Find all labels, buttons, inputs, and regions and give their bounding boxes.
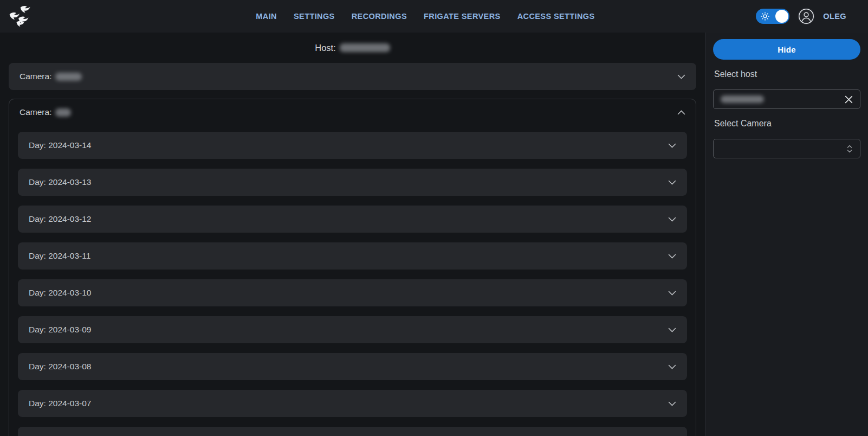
- select-arrows-icon: [846, 144, 853, 153]
- camera-accordion-label: Camera: █████: [20, 72, 82, 81]
- main-nav: MAIN SETTINGS RECORDINGS FRIGATE SERVERS…: [256, 12, 594, 21]
- day-row[interactable]: Day: 2024-03-08: [18, 353, 687, 380]
- camera-accordion-header[interactable]: Camera: ███: [9, 99, 696, 125]
- day-label: Day: 2024-03-10: [29, 288, 91, 298]
- topbar-right-group: OLEG: [756, 8, 846, 25]
- day-label: Day: 2024-03-08: [29, 362, 91, 371]
- chevron-down-icon: [668, 291, 676, 296]
- sun-icon: [761, 12, 769, 21]
- chevron-down-icon: [668, 364, 676, 369]
- day-label: Day: 2024-03-09: [29, 325, 91, 335]
- camera-select[interactable]: [713, 139, 860, 158]
- day-row-partial[interactable]: [18, 427, 687, 436]
- top-navigation-bar: MAIN SETTINGS RECORDINGS FRIGATE SERVERS…: [0, 0, 868, 33]
- camera-label: Camera:: [20, 107, 51, 117]
- frigate-birds-logo[interactable]: [7, 4, 32, 29]
- chevron-down-icon: [668, 401, 676, 406]
- host-select-value-redacted: █████████: [721, 95, 764, 103]
- theme-toggle[interactable]: [756, 9, 789, 24]
- host-select[interactable]: █████████: [713, 89, 860, 109]
- nav-link[interactable]: SETTINGS: [294, 12, 335, 21]
- select-host-label: Select host: [714, 69, 859, 79]
- chevron-down-icon: [677, 74, 685, 79]
- user-avatar-icon[interactable]: [798, 8, 815, 25]
- day-label: Day: 2024-03-12: [29, 214, 91, 224]
- clear-icon[interactable]: [845, 95, 853, 104]
- chevron-up-icon: [677, 110, 685, 115]
- camera-name-redacted: ███: [55, 108, 71, 117]
- frigate-birds-logo-icon: [8, 4, 31, 28]
- host-line: Host: █████████: [9, 41, 696, 54]
- day-label: Day: 2024-03-13: [29, 177, 91, 187]
- day-label: Day: 2024-03-11: [29, 251, 90, 261]
- day-row[interactable]: Day: 2024-03-12: [18, 206, 687, 233]
- chevron-down-icon: [668, 254, 676, 259]
- nav-link[interactable]: MAIN: [256, 12, 277, 21]
- day-row[interactable]: Day: 2024-03-11: [18, 242, 687, 270]
- host-label: Host:: [315, 43, 336, 53]
- recordings-panel: Host: █████████ Camera: █████ Camera: ██…: [0, 33, 705, 436]
- host-value-redacted: █████████: [340, 43, 390, 52]
- day-label: Day: 2024-03-07: [29, 399, 91, 408]
- nav-link[interactable]: ACCESS SETTINGS: [517, 12, 595, 21]
- page-content: Host: █████████ Camera: █████ Camera: ██…: [0, 33, 868, 436]
- camera-label: Camera:: [20, 72, 51, 81]
- chevron-down-icon: [668, 180, 676, 185]
- day-list: Day: 2024-03-14 Day: 2024-03-13: [9, 125, 696, 436]
- camera-name-redacted: █████: [55, 73, 81, 81]
- filter-sidebar: Hide Select host █████████ Select Camera: [705, 33, 868, 436]
- camera-accordion-collapsed[interactable]: Camera: █████: [9, 63, 696, 90]
- hide-button[interactable]: Hide: [713, 39, 860, 60]
- day-row[interactable]: Day: 2024-03-07: [18, 390, 687, 417]
- chevron-down-icon: [668, 143, 676, 148]
- chevron-down-icon: [668, 328, 676, 332]
- select-camera-label: Select Camera: [714, 119, 859, 129]
- username[interactable]: OLEG: [823, 12, 846, 21]
- nav-link[interactable]: FRIGATE SERVERS: [424, 12, 501, 21]
- chevron-down-icon: [668, 217, 676, 222]
- day-label: Day: 2024-03-14: [29, 140, 91, 150]
- day-row[interactable]: Day: 2024-03-09: [18, 316, 687, 343]
- day-row[interactable]: Day: 2024-03-13: [18, 169, 687, 196]
- day-row[interactable]: Day: 2024-03-14: [18, 132, 687, 159]
- day-row[interactable]: Day: 2024-03-10: [18, 279, 687, 306]
- nav-link[interactable]: RECORDINGS: [352, 12, 407, 21]
- camera-accordion-expanded: Camera: ███ Day: 2024-03-14: [9, 99, 696, 436]
- toggle-knob: [775, 10, 788, 23]
- camera-accordion-label: Camera: ███: [20, 107, 71, 117]
